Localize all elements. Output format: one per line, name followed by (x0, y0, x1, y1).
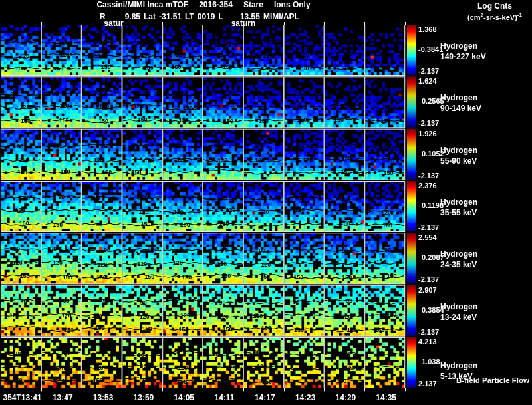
channel-energy: 90-149 keV (440, 104, 481, 113)
bfield-flow-note: B-field Particle Flow (456, 376, 529, 384)
instrument-title: Cassini/MIMI Inca mTOF (96, 0, 188, 9)
credit-label: MIMI/APL (263, 12, 299, 21)
channel-energy: 35-55 keV (440, 208, 477, 217)
ion-filter-label: Ions Only (274, 0, 311, 9)
lshell-label: L (219, 12, 223, 21)
latitude-label: Lat (144, 12, 156, 21)
colorbar-max-value: 2.376 (418, 182, 437, 190)
channel-energy: 24-35 keV (440, 260, 477, 269)
localtime-value: 0019 (198, 12, 215, 21)
channel-species: Hydrogen (440, 302, 477, 311)
channel-species: Hydrogen (440, 361, 477, 370)
pointing-label-saturn: saturn (231, 19, 256, 28)
colorbar-max-value: 1.624 (418, 77, 437, 85)
colorbar-min-value: 2.137 (418, 380, 437, 388)
legend-title: Log Cnts (458, 2, 532, 11)
colorbar-max-value: 1.926 (418, 130, 437, 138)
channel-species: Hydrogen (440, 146, 477, 155)
colorbar-min-value: -2.137 (418, 275, 439, 283)
colorbar-min-value: -2.137 (418, 119, 439, 127)
time-tick-label: 14:29 (336, 393, 356, 402)
time-tick-label: 13:59 (134, 393, 154, 402)
radius-value: 9.85 (125, 12, 140, 21)
time-tick-label: 13:47 (53, 393, 73, 402)
date-label: 2016-354 (199, 0, 233, 9)
channel-species: Hydrogen (440, 249, 477, 259)
time-tick-label: 14:17 (255, 393, 275, 402)
colorbar-max-value: 1.368 (418, 25, 437, 33)
time-tick-label: 14:11 (214, 393, 234, 402)
colorbar-min-value: -2.137 (418, 172, 439, 180)
colorbar-max-value: 2.554 (418, 233, 437, 241)
time-tick-label: 14:23 (295, 393, 316, 402)
channel-energy: 13-24 keV (440, 313, 477, 322)
colorbar-min-value: -2.137 (418, 328, 439, 336)
channel-species: Hydrogen (440, 198, 477, 207)
colorbar-max-value: 4.213 (418, 338, 437, 346)
colorbar-min-value: -2.137 (418, 67, 439, 75)
colorbar-min-value: -2.137 (418, 223, 439, 231)
pointing-label-satur: satur (104, 19, 123, 28)
time-tick-label: 354T13:41 (3, 393, 41, 402)
colorbar-mid-value: 1.038 (422, 358, 440, 366)
spectrogram-window: Cassini/MIMI Inca mTOF 2016-354 Stare Io… (0, 0, 532, 405)
ephemeris-line: R 9.85 Lat -31.51 LT 0019 L 13.55 MIMI/A… (100, 12, 299, 21)
channel-species: Hydrogen (440, 41, 477, 51)
colorbar-legend: Log Cnts (cm2-sr-s-keV)-1 (458, 2, 532, 22)
title-line: Cassini/MIMI Inca mTOF 2016-354 Stare Io… (0, 0, 407, 9)
colorbar-mid-value: -0.3841 (418, 45, 443, 53)
time-tick-label: 14:05 (174, 393, 194, 402)
mode-label: Stare (243, 0, 263, 9)
latitude-value: -31.51 (159, 12, 182, 21)
legend-units: (cm2-sr-s-keV)-1 (458, 11, 532, 22)
channel-energy: 149-227 keV (440, 52, 486, 61)
channel-energy: 55-90 keV (440, 156, 477, 166)
localtime-label: LT (185, 12, 194, 21)
time-tick-label: 13:53 (93, 393, 114, 402)
time-tick-label: 14:35 (376, 393, 396, 402)
channel-species: Hydrogen (440, 93, 477, 102)
colorbar-max-value: 2.907 (418, 286, 437, 294)
